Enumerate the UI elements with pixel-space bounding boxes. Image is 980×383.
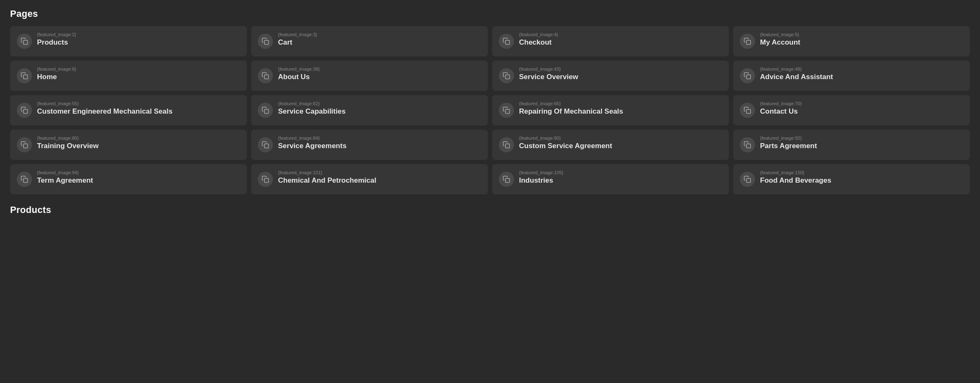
pages-row-1: {featured_image:8} Home {featured_image:… xyxy=(10,61,970,91)
svg-rect-9 xyxy=(265,109,269,114)
card-title: Industries xyxy=(519,176,563,185)
card-content: {featured_image:101} Chemical And Petroc… xyxy=(278,170,376,185)
card-meta: {featured_image:48} xyxy=(760,66,833,72)
card-content: {featured_image:62} Service Capabilities xyxy=(278,101,346,116)
copy-icon xyxy=(262,37,269,45)
copy-icon xyxy=(744,72,751,80)
copy-icon xyxy=(744,176,751,183)
page-card-0-0[interactable]: {featured_image:2} Products xyxy=(10,26,247,56)
page-card-0-3[interactable]: {featured_image:5} My Account xyxy=(733,26,970,56)
page-card-0-2[interactable]: {featured_image:4} Checkout xyxy=(492,26,729,56)
copy-icon xyxy=(503,141,510,149)
card-meta: {featured_image:8} xyxy=(37,66,76,72)
page-card-3-1[interactable]: {featured_image:84} Service Agreements xyxy=(251,130,488,160)
page-card-1-3[interactable]: {featured_image:48} Advice And Assistant xyxy=(733,61,970,91)
card-icon-wrapper xyxy=(740,103,755,118)
card-title: Contact Us xyxy=(760,107,802,116)
page-card-1-2[interactable]: {featured_image:43} Service Overview xyxy=(492,61,729,91)
card-meta: {featured_image:92} xyxy=(760,136,817,141)
card-meta: {featured_image:80} xyxy=(37,136,98,141)
pages-grid: {featured_image:2} Products {featured_im… xyxy=(10,26,970,194)
card-meta: {featured_image:66} xyxy=(519,101,623,106)
page-card-4-2[interactable]: {featured_image:105} Industries xyxy=(492,164,729,194)
card-content: {featured_image:8} Home xyxy=(37,66,76,82)
page-card-2-1[interactable]: {featured_image:62} Service Capabilities xyxy=(251,95,488,125)
card-title: Home xyxy=(37,72,76,82)
svg-rect-3 xyxy=(747,40,751,45)
svg-rect-15 xyxy=(747,144,751,148)
page-card-4-3[interactable]: {featured_image:150} Food And Beverages xyxy=(733,164,970,194)
svg-rect-17 xyxy=(265,178,269,183)
card-content: {featured_image:90} Custom Service Agree… xyxy=(519,136,612,151)
card-content: {featured_image:2} Products xyxy=(37,32,76,47)
card-icon-wrapper xyxy=(17,34,32,49)
card-meta: {featured_image:4} xyxy=(519,32,558,37)
card-content: {featured_image:48} Advice And Assistant xyxy=(760,66,833,82)
page-card-1-0[interactable]: {featured_image:8} Home xyxy=(10,61,247,91)
card-title: Repairing Of Mechanical Seals xyxy=(519,107,623,116)
card-title: Food And Beverages xyxy=(760,176,831,185)
copy-icon xyxy=(21,106,28,114)
card-content: {featured_image:43} Service Overview xyxy=(519,66,578,82)
card-meta: {featured_image:84} xyxy=(278,136,347,141)
svg-rect-8 xyxy=(24,109,28,114)
card-icon-wrapper xyxy=(740,68,755,83)
pages-row-2: {featured_image:55} Customer Engineered … xyxy=(10,95,970,125)
card-title: Service Capabilities xyxy=(278,107,346,116)
card-title: My Account xyxy=(760,38,800,47)
card-icon-wrapper xyxy=(258,103,273,118)
card-title: Checkout xyxy=(519,38,558,47)
page-card-2-0[interactable]: {featured_image:55} Customer Engineered … xyxy=(10,95,247,125)
card-title: Products xyxy=(37,38,76,47)
svg-rect-4 xyxy=(24,75,28,79)
card-content: {featured_image:66} Repairing Of Mechani… xyxy=(519,101,623,116)
card-icon-wrapper xyxy=(499,68,514,83)
copy-icon xyxy=(503,106,510,114)
pages-row-0: {featured_image:2} Products {featured_im… xyxy=(10,26,970,56)
card-title: Advice And Assistant xyxy=(760,72,833,82)
card-meta: {featured_image:105} xyxy=(519,170,563,175)
copy-icon xyxy=(744,141,751,149)
pages-section-title: Pages xyxy=(10,8,970,19)
card-icon-wrapper xyxy=(258,34,273,49)
copy-icon xyxy=(262,141,269,149)
card-meta: {featured_image:62} xyxy=(278,101,346,106)
page-card-4-0[interactable]: {featured_image:94} Term Agreement xyxy=(10,164,247,194)
card-meta: {featured_image:55} xyxy=(37,101,172,106)
card-icon-wrapper xyxy=(17,172,32,187)
page-card-2-3[interactable]: {featured_image:70} Contact Us xyxy=(733,95,970,125)
svg-rect-19 xyxy=(747,178,751,183)
page-card-4-1[interactable]: {featured_image:101} Chemical And Petroc… xyxy=(251,164,488,194)
page-card-1-1[interactable]: {featured_image:38} About Us xyxy=(251,61,488,91)
card-icon-wrapper xyxy=(499,172,514,187)
svg-rect-0 xyxy=(24,40,28,45)
pages-row-4: {featured_image:94} Term Agreement {feat… xyxy=(10,164,970,194)
svg-rect-1 xyxy=(265,40,269,45)
copy-icon xyxy=(503,37,510,45)
card-content: {featured_image:70} Contact Us xyxy=(760,101,802,116)
copy-icon xyxy=(503,176,510,183)
card-meta: {featured_image:5} xyxy=(760,32,800,37)
svg-rect-14 xyxy=(506,144,510,148)
card-content: {featured_image:150} Food And Beverages xyxy=(760,170,831,185)
card-meta: {featured_image:38} xyxy=(278,66,320,72)
card-title: Service Agreements xyxy=(278,141,347,151)
card-title: Cart xyxy=(278,38,317,47)
page-card-0-1[interactable]: {featured_image:3} Cart xyxy=(251,26,488,56)
card-title: Term Agreement xyxy=(37,176,93,185)
copy-icon xyxy=(21,141,28,149)
card-title: Customer Engineered Mechanical Seals xyxy=(37,107,172,116)
svg-rect-6 xyxy=(506,75,510,79)
card-meta: {featured_image:2} xyxy=(37,32,76,37)
card-content: {featured_image:38} About Us xyxy=(278,66,320,82)
page-card-2-2[interactable]: {featured_image:66} Repairing Of Mechani… xyxy=(492,95,729,125)
card-icon-wrapper xyxy=(258,68,273,83)
page-card-3-3[interactable]: {featured_image:92} Parts Agreement xyxy=(733,130,970,160)
svg-rect-12 xyxy=(24,144,28,148)
page-card-3-2[interactable]: {featured_image:90} Custom Service Agree… xyxy=(492,130,729,160)
copy-icon xyxy=(744,106,751,114)
card-icon-wrapper xyxy=(499,34,514,49)
copy-icon xyxy=(744,37,751,45)
page-card-3-0[interactable]: {featured_image:80} Training Overview xyxy=(10,130,247,160)
card-icon-wrapper xyxy=(258,137,273,152)
